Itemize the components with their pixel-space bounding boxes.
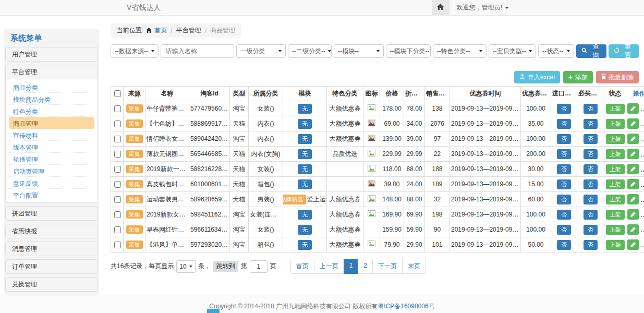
page-number-input[interactable] bbox=[250, 260, 268, 273]
filter-input-name[interactable] bbox=[165, 47, 230, 55]
module-badge[interactable]: 无 bbox=[298, 210, 312, 220]
sidebar-item-splash-page-management[interactable]: 启动页管理 bbox=[9, 165, 94, 177]
breadcrumb-home-link[interactable]: 首页 bbox=[154, 26, 167, 35]
sidebar-group-header-shenghui-express[interactable]: 省惠快报 bbox=[5, 224, 98, 238]
must-buy-toggle[interactable]: 否 bbox=[584, 210, 598, 220]
import-select-toggle[interactable]: 否 bbox=[557, 195, 571, 204]
select-all-checkbox[interactable] bbox=[114, 90, 121, 97]
status-toggle[interactable]: 上架 bbox=[606, 134, 625, 144]
edit-button[interactable] bbox=[627, 179, 639, 189]
user-menu[interactable]: 欢迎您，管理员! bbox=[449, 0, 516, 15]
per-page-select[interactable]: 10 bbox=[176, 260, 195, 273]
filter-select-data-source[interactable]: --数据来源-- bbox=[111, 44, 159, 58]
module-badge[interactable]: 无 bbox=[298, 104, 312, 114]
pagination-prev[interactable]: 上一页 bbox=[314, 259, 344, 274]
row-checkbox[interactable] bbox=[114, 196, 121, 203]
row-checkbox[interactable] bbox=[114, 226, 121, 233]
sidebar-group-header-user-management[interactable]: 用户管理 bbox=[5, 47, 98, 62]
sidebar-item-promo-material[interactable]: 宣传物料 bbox=[9, 129, 94, 141]
must-buy-toggle[interactable]: 否 bbox=[584, 119, 598, 129]
jump-button[interactable]: 跳转到 bbox=[213, 261, 238, 272]
must-buy-toggle[interactable]: 否 bbox=[584, 134, 598, 144]
row-checkbox[interactable] bbox=[114, 166, 121, 173]
sidebar-group-header-message-management[interactable]: 消息管理 bbox=[5, 242, 98, 256]
sidebar-item-feature-category[interactable]: 特色分类 bbox=[9, 105, 94, 117]
sidebar-item-version-management[interactable]: 版本管理 bbox=[9, 141, 94, 153]
sidebar-item-module-goods-category[interactable]: 模块商品分类 bbox=[9, 93, 94, 105]
filter-select-item-type[interactable]: --宝贝类型-- bbox=[489, 44, 537, 58]
module-badge[interactable]: 无 bbox=[298, 149, 312, 159]
status-toggle[interactable]: 上架 bbox=[606, 225, 625, 235]
must-buy-toggle[interactable]: 否 bbox=[584, 240, 598, 250]
sidebar-item-platform-config[interactable]: 平台配置 bbox=[9, 189, 94, 201]
row-checkbox[interactable] bbox=[114, 181, 121, 188]
status-toggle[interactable]: 上架 bbox=[606, 164, 625, 174]
import-select-toggle[interactable]: 否 bbox=[557, 164, 571, 174]
must-buy-toggle[interactable]: 否 bbox=[584, 225, 598, 235]
status-toggle[interactable]: 上架 bbox=[606, 179, 625, 189]
import-select-toggle[interactable]: 否 bbox=[557, 225, 571, 235]
edit-button[interactable] bbox=[627, 194, 639, 204]
import-select-toggle[interactable]: 否 bbox=[557, 179, 571, 189]
module-badge[interactable]: 无 bbox=[298, 164, 312, 174]
status-toggle[interactable]: 上架 bbox=[606, 195, 625, 204]
edit-button[interactable] bbox=[627, 209, 639, 220]
module-badge[interactable]: 无 bbox=[298, 240, 312, 250]
sidebar-group-header-order-management[interactable]: 订单管理 bbox=[5, 259, 98, 274]
row-checkbox[interactable] bbox=[114, 211, 121, 218]
filter-select-category-l1[interactable]: 一级分类 bbox=[236, 44, 286, 58]
import-excel-button[interactable]: 导入excel bbox=[514, 71, 560, 83]
sidebar-group-header-group-buy-management[interactable]: 拼团管理 bbox=[5, 206, 98, 221]
import-select-toggle[interactable]: 否 bbox=[557, 210, 571, 220]
pagination-page-2[interactable]: 2 bbox=[358, 259, 373, 274]
edit-button[interactable] bbox=[627, 149, 639, 159]
sidebar-item-feedback[interactable]: 意见反馈 bbox=[9, 177, 94, 189]
sidebar-group-header-exchange-management[interactable]: 兑换管理 bbox=[5, 277, 98, 292]
status-toggle[interactable]: 上架 bbox=[606, 240, 625, 250]
status-toggle[interactable]: 上架 bbox=[606, 210, 625, 220]
row-checkbox[interactable] bbox=[114, 105, 121, 112]
must-buy-toggle[interactable]: 否 bbox=[584, 104, 598, 114]
row-checkbox[interactable] bbox=[114, 121, 121, 127]
import-select-toggle[interactable]: 否 bbox=[557, 240, 571, 250]
filter-select-module[interactable]: --模块-- bbox=[334, 44, 383, 58]
pagination-page-1[interactable]: 1 bbox=[344, 259, 359, 274]
import-select-toggle[interactable]: 否 bbox=[557, 134, 571, 144]
row-checkbox[interactable] bbox=[114, 242, 121, 248]
import-select-toggle[interactable]: 否 bbox=[557, 149, 571, 159]
add-button[interactable]: + 添加 bbox=[563, 71, 593, 83]
status-toggle[interactable]: 上架 bbox=[606, 149, 625, 159]
row-checkbox[interactable] bbox=[114, 136, 121, 142]
filter-select-module-sub[interactable]: --模块下分类-- bbox=[386, 44, 431, 58]
import-select-toggle[interactable]: 否 bbox=[557, 119, 571, 129]
module-badge[interactable]: 品牌精选 bbox=[283, 195, 306, 204]
must-buy-toggle[interactable]: 否 bbox=[584, 179, 598, 189]
filter-select-status[interactable]: --状态-- bbox=[538, 44, 574, 58]
must-buy-toggle[interactable]: 否 bbox=[584, 195, 598, 204]
module-badge[interactable]: 无 bbox=[298, 134, 312, 144]
status-toggle[interactable]: 上架 bbox=[606, 119, 625, 129]
edit-button[interactable] bbox=[627, 134, 639, 144]
pagination-last[interactable]: 末页 bbox=[402, 259, 426, 274]
edit-button[interactable] bbox=[627, 164, 639, 174]
sidebar-item-goods-management[interactable]: 商品管理 bbox=[9, 117, 94, 129]
edit-button[interactable] bbox=[627, 103, 639, 114]
sidebar-group-header-platform-management[interactable]: 平台管理 bbox=[5, 65, 98, 79]
edit-button[interactable] bbox=[627, 239, 639, 250]
reset-button[interactable]: 重置 bbox=[609, 44, 639, 58]
import-select-toggle[interactable]: 否 bbox=[557, 104, 571, 114]
edit-button[interactable] bbox=[627, 118, 639, 129]
sidebar-item-carousel-management[interactable]: 轮播管理 bbox=[9, 153, 94, 165]
filter-select-category-l2[interactable]: --二级分类-- bbox=[288, 44, 332, 58]
module-badge[interactable]: 无 bbox=[298, 225, 312, 235]
edit-button[interactable] bbox=[627, 224, 639, 235]
row-checkbox[interactable] bbox=[114, 151, 121, 158]
pagination-next[interactable]: 下一页 bbox=[372, 259, 403, 274]
module-badge[interactable]: 无 bbox=[298, 119, 312, 129]
icp-link[interactable]: 粤ICP备16098006号 bbox=[378, 303, 434, 310]
batch-delete-button[interactable]: 批量删除 bbox=[596, 71, 639, 83]
pagination-first[interactable]: 首页 bbox=[290, 259, 314, 274]
must-buy-toggle[interactable]: 否 bbox=[584, 164, 598, 174]
filter-select-feature[interactable]: --特色分类-- bbox=[433, 44, 487, 58]
search-button[interactable]: 查询 bbox=[576, 44, 606, 58]
